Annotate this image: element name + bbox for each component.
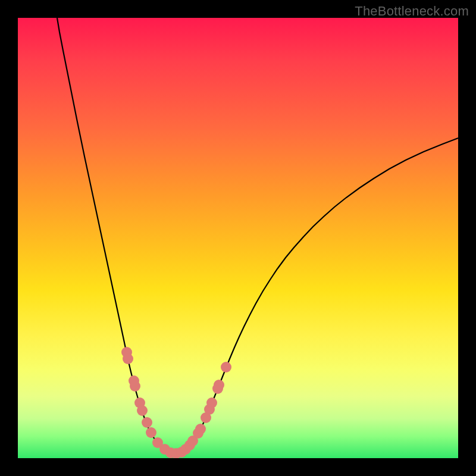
data-dot bbox=[214, 380, 224, 390]
data-dot bbox=[146, 427, 156, 438]
data-dot bbox=[123, 353, 133, 364]
data-dot bbox=[130, 381, 140, 392]
watermark-text: TheBottleneck.com bbox=[355, 4, 469, 19]
data-dot bbox=[142, 417, 152, 428]
dots-group bbox=[121, 347, 231, 458]
chart-plot-area bbox=[18, 18, 458, 458]
data-dot bbox=[206, 397, 217, 408]
curve-left bbox=[57, 18, 174, 454]
curve-right bbox=[174, 138, 458, 454]
chart-svg bbox=[18, 18, 458, 458]
data-dot bbox=[221, 362, 231, 372]
data-dot bbox=[137, 405, 148, 416]
data-dot bbox=[195, 424, 206, 434]
chart-frame: TheBottleneck.com bbox=[0, 0, 476, 476]
